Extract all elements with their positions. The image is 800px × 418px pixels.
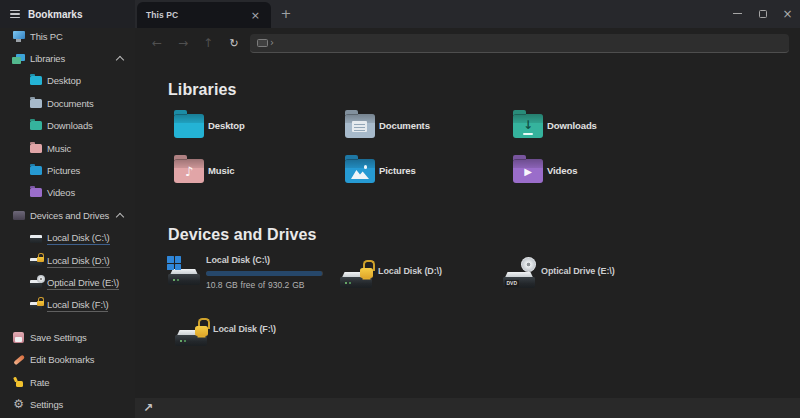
folder-icon xyxy=(30,76,42,85)
files-app-window: This PC × + × Bookmarks This PCLibraries… xyxy=(0,0,800,418)
breadcrumb-chevron-icon: › xyxy=(270,37,274,48)
refresh-button[interactable]: ↻ xyxy=(226,35,242,51)
library-item-pictures[interactable]: Pictures xyxy=(345,156,416,184)
forward-button[interactable]: → xyxy=(175,35,191,51)
status-bar: ↗ xyxy=(135,398,800,418)
sidebar: This PCLibrariesDesktopDocumentsDownload… xyxy=(0,28,135,418)
folder-icon: ↓ xyxy=(513,114,543,138)
sidebar-item-label: Devices and Drives xyxy=(30,210,109,221)
sidebar-item-optical-drive-e[interactable]: Optical Drive (E:\) xyxy=(0,271,135,293)
this-pc-icon xyxy=(257,39,268,47)
drive-item-local-disk-c[interactable]: Local Disk (C:\)10.8 GB free of 930.2 GB xyxy=(168,253,323,290)
drive-icon xyxy=(13,211,25,220)
folder-icon: ♪ xyxy=(174,159,204,183)
drive-item-label: Local Disk (C:\) xyxy=(206,255,323,265)
sidebar-item-local-disk-f[interactable]: Local Disk (F:\) xyxy=(0,294,135,316)
sidebar-item-label: Local Disk (C:\) xyxy=(47,232,110,245)
optical-drive-icon xyxy=(30,280,42,288)
back-button[interactable]: ← xyxy=(149,35,165,51)
sidebar-item-label: Optical Drive (E:\) xyxy=(47,277,119,290)
drive-item-optical-drive-e[interactable]: DVDOptical Drive (E:\) xyxy=(503,256,615,286)
section-title-devices: Devices and Drives xyxy=(168,226,317,244)
drive-item-label: Optical Drive (E:\) xyxy=(541,266,615,276)
address-bar[interactable]: › xyxy=(250,34,789,53)
sidebar-item-videos[interactable]: Videos xyxy=(0,182,135,204)
sidebar-item-label: This PC xyxy=(30,31,63,42)
sidebar-list: This PCLibrariesDesktopDocumentsDownload… xyxy=(0,28,135,416)
sidebar-item-devices-and-drives[interactable]: Devices and Drives xyxy=(0,204,135,226)
sidebar-item-music[interactable]: Music xyxy=(0,137,135,159)
tab-close-icon[interactable]: × xyxy=(249,9,262,22)
sidebar-item-local-disk-d[interactable]: Local Disk (D:\) xyxy=(0,249,135,271)
library-item-downloads[interactable]: ↓Downloads xyxy=(513,111,597,139)
sidebar-item-pictures[interactable]: Pictures xyxy=(0,159,135,181)
sidebar-item-edit-bookmarks[interactable]: Edit Bookmarks xyxy=(0,348,135,370)
library-item-label: Videos xyxy=(547,165,577,176)
window-controls: × xyxy=(725,0,800,28)
folder-icon xyxy=(30,144,42,153)
section-title-libraries: Libraries xyxy=(168,81,237,99)
sidebar-item-downloads[interactable]: Downloads xyxy=(0,115,135,137)
disc-icon xyxy=(521,257,536,272)
hamburger-menu-icon[interactable] xyxy=(10,10,20,18)
chevron-up-icon[interactable] xyxy=(117,55,125,63)
monitor-icon xyxy=(13,31,25,39)
hard-drive-icon xyxy=(175,319,209,349)
sidebar-item-rate[interactable]: Rate xyxy=(0,371,135,393)
new-tab-button[interactable]: + xyxy=(278,5,294,21)
sidebar-item-label: Desktop xyxy=(47,75,81,86)
lock-icon xyxy=(37,253,44,262)
library-item-label: Music xyxy=(208,165,234,176)
sidebar-item-documents[interactable]: Documents xyxy=(0,92,135,114)
library-item-videos[interactable]: ▶Videos xyxy=(513,156,577,184)
sidebar-item-label: Libraries xyxy=(30,53,65,64)
folder-icon xyxy=(345,114,375,138)
library-item-desktop[interactable]: Desktop xyxy=(174,111,245,139)
sidebar-item-label: Downloads xyxy=(47,120,93,131)
bookmarks-title: Bookmarks xyxy=(28,9,82,20)
chevron-up-icon[interactable] xyxy=(117,212,125,220)
library-item-music[interactable]: ♪Music xyxy=(174,156,234,184)
up-button[interactable]: ↑ xyxy=(200,35,216,51)
maximize-button[interactable] xyxy=(750,0,775,27)
photo-icon xyxy=(351,169,369,179)
sidebar-item-this-pc[interactable]: This PC xyxy=(0,28,135,47)
drive-item-local-disk-f[interactable]: Local Disk (F:\) xyxy=(175,314,276,344)
windows-logo-icon xyxy=(167,256,181,270)
tab-label: This PC xyxy=(146,10,249,20)
hard-drive-icon xyxy=(340,261,374,291)
folder-icon: ▶ xyxy=(513,159,543,183)
minimize-button[interactable] xyxy=(725,0,750,27)
folder-icon xyxy=(30,121,42,130)
close-button[interactable]: × xyxy=(775,0,800,27)
disc-icon xyxy=(37,275,45,283)
sidebar-item-label: Videos xyxy=(47,187,75,198)
sidebar-item-save-settings[interactable]: Save Settings xyxy=(0,326,135,348)
folder-icon xyxy=(345,159,375,183)
sidebar-item-label: Music xyxy=(47,143,71,154)
document-lines-icon xyxy=(352,121,367,132)
library-item-documents[interactable]: Documents xyxy=(345,111,430,139)
sidebar-item-label: Documents xyxy=(47,98,94,109)
drive-item-local-disk-d[interactable]: Local Disk (D:\) xyxy=(340,256,442,286)
library-item-label: Desktop xyxy=(208,120,245,131)
sidebar-item-label: Local Disk (F:\) xyxy=(47,299,108,312)
tab-this-pc[interactable]: This PC × xyxy=(137,2,271,28)
drive-usage-fill xyxy=(206,271,322,276)
sidebar-item-libraries[interactable]: Libraries xyxy=(0,47,135,69)
sidebar-item-settings[interactable]: ⚙Settings xyxy=(0,393,135,415)
download-arrow-icon: ↓ xyxy=(513,114,543,138)
trend-arrow-icon[interactable]: ↗ xyxy=(143,401,153,415)
drive-free-space: 10.8 GB free of 930.2 GB xyxy=(206,280,323,290)
optical-drive-icon: DVD xyxy=(503,261,537,291)
dvd-badge: DVD xyxy=(505,280,519,287)
sidebar-item-local-disk-c[interactable]: Local Disk (C:\) xyxy=(0,227,135,249)
save-icon xyxy=(13,332,24,343)
drive-item-label: Local Disk (D:\) xyxy=(378,266,442,276)
folder-icon xyxy=(30,99,42,108)
sidebar-item-desktop[interactable]: Desktop xyxy=(0,70,135,92)
drive-usage-bar xyxy=(206,271,323,276)
thumbs-up-icon xyxy=(14,377,24,387)
sidebar-item-label: Rate xyxy=(30,377,49,388)
sidebar-item-label: Save Settings xyxy=(30,332,87,343)
